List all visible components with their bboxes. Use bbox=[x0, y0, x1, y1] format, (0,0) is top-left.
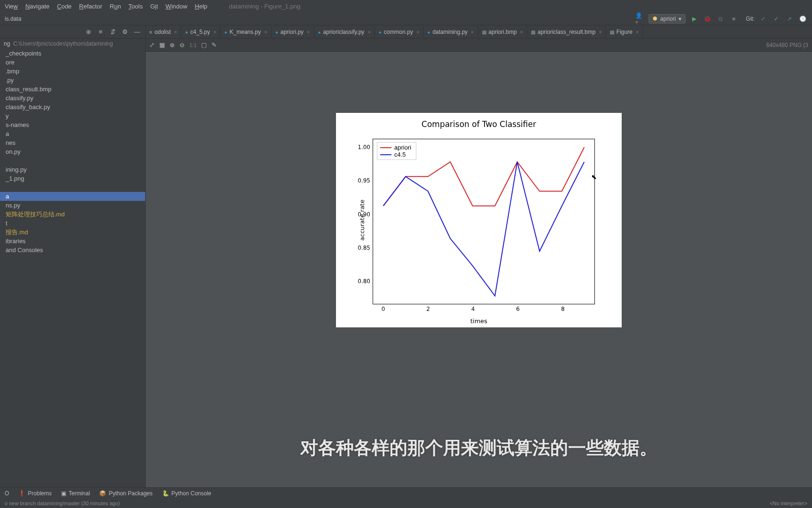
legend-item-apriori: apriori bbox=[380, 144, 411, 151]
tree-item[interactable]: on.py bbox=[0, 147, 145, 156]
locate-icon[interactable]: ⊕ bbox=[83, 27, 94, 37]
editor-tab[interactable]: ▤Figure× bbox=[606, 26, 643, 38]
editor-tab[interactable]: ●common.py× bbox=[375, 26, 424, 38]
tree-item[interactable]: ibraries bbox=[0, 237, 145, 246]
close-icon[interactable]: × bbox=[307, 29, 310, 35]
settings-icon[interactable]: ⚙ bbox=[120, 27, 130, 37]
coverage-button[interactable]: ⧉ bbox=[716, 14, 725, 24]
close-icon[interactable]: × bbox=[636, 29, 639, 35]
image-viewport[interactable]: Comparison of Two Classifier accurate ra… bbox=[146, 52, 812, 488]
run-button[interactable]: ▶ bbox=[689, 14, 699, 24]
debug-button[interactable]: 🐞 bbox=[703, 14, 712, 24]
python-packages-tool[interactable]: 📦 Python Packages bbox=[99, 490, 152, 497]
menu-run[interactable]: Run bbox=[110, 3, 121, 10]
project-tree[interactable]: _checkpointsore.bmp.pyclass_result.bmpcl… bbox=[0, 49, 145, 488]
interpreter-status[interactable]: <No interpreter> bbox=[770, 500, 807, 506]
zoom-in-icon[interactable]: ⊕ bbox=[170, 41, 175, 48]
menu-code[interactable]: Code bbox=[57, 3, 71, 10]
hide-icon[interactable]: — bbox=[132, 27, 142, 37]
git-update-button[interactable]: ✓ bbox=[758, 14, 768, 24]
menu-help[interactable]: Help bbox=[195, 3, 208, 10]
menu-view[interactable]: View bbox=[5, 3, 18, 10]
project-root[interactable]: ng C:\Users\fpnic\codes\python\dataminin… bbox=[0, 39, 145, 49]
tree-item[interactable]: .py bbox=[0, 76, 145, 85]
legend-line-blue bbox=[380, 154, 391, 155]
tree-item[interactable]: a bbox=[0, 192, 145, 201]
tree-item[interactable]: s-names bbox=[0, 120, 145, 129]
close-icon[interactable]: × bbox=[264, 29, 267, 35]
chart-image: Comparison of Two Classifier accurate ra… bbox=[336, 113, 622, 327]
close-icon[interactable]: × bbox=[416, 29, 419, 35]
chart-plot-area: apriori c4.5 0.800.850.900.951.0002468 bbox=[373, 139, 595, 304]
menu-refactor[interactable]: Refactor bbox=[79, 3, 102, 10]
tree-item[interactable]: and Consoles bbox=[0, 246, 145, 254]
xtick: 0 bbox=[382, 306, 385, 312]
close-icon[interactable]: × bbox=[367, 29, 370, 35]
collapse-all-icon[interactable]: ⇵ bbox=[108, 27, 118, 37]
tree-item[interactable] bbox=[0, 183, 145, 192]
run-configuration-selector[interactable]: ⬢ apriori ▾ bbox=[648, 14, 686, 24]
tree-item[interactable]: ore bbox=[0, 58, 145, 67]
close-icon[interactable]: × bbox=[520, 29, 523, 35]
tree-item[interactable]: 矩阵处理技巧总结.md bbox=[0, 210, 145, 219]
close-icon[interactable]: × bbox=[471, 29, 474, 35]
editor-tab[interactable]: ●c4_5.py× bbox=[181, 26, 221, 38]
tree-item[interactable]: y bbox=[0, 111, 145, 120]
xtick: 8 bbox=[561, 306, 565, 312]
tree-item[interactable]: classify_back.py bbox=[0, 103, 145, 111]
todo-tool[interactable]: O bbox=[5, 490, 9, 497]
problems-tool[interactable]: ❗Problems bbox=[18, 490, 52, 497]
editor-tab[interactable]: ●datamining.py× bbox=[423, 26, 478, 38]
close-icon[interactable]: × bbox=[599, 29, 601, 35]
git-push-button[interactable]: ↗ bbox=[785, 14, 794, 24]
tree-item[interactable]: 报告.md bbox=[0, 228, 145, 237]
editor-tab[interactable]: ≡odolist× bbox=[146, 26, 181, 38]
editor-tab[interactable]: ▤aprioriclass_result.bmp× bbox=[527, 26, 606, 38]
tree-item[interactable]: a bbox=[0, 129, 145, 138]
close-icon[interactable]: × bbox=[174, 29, 177, 35]
user-icon[interactable]: 👤▾ bbox=[635, 14, 645, 24]
tree-item[interactable]: ining.py bbox=[0, 165, 145, 174]
menu-window[interactable]: Window bbox=[165, 3, 187, 10]
tab-label: datamining.py bbox=[432, 29, 468, 35]
grid-icon[interactable]: ▦ bbox=[159, 41, 165, 48]
legend-line-red bbox=[380, 147, 391, 148]
tree-item[interactable]: classify.py bbox=[0, 94, 145, 103]
tab-label: K_means.py bbox=[230, 29, 261, 35]
tree-item[interactable]: _1.png bbox=[0, 174, 145, 183]
tree-item[interactable]: class_result.bmp bbox=[0, 85, 145, 94]
python-file-icon: ● bbox=[379, 30, 382, 35]
tree-item[interactable]: .bmp bbox=[0, 67, 145, 76]
tree-item[interactable]: _checkpoints bbox=[0, 49, 145, 58]
breadcrumb[interactable]: is.data bbox=[5, 16, 21, 22]
text-file-icon: ≡ bbox=[149, 30, 152, 35]
git-label: Git: bbox=[746, 16, 755, 22]
tree-item[interactable]: ns.py bbox=[0, 201, 145, 210]
color-picker-icon[interactable]: ✎ bbox=[211, 41, 217, 48]
python-console-tool[interactable]: 🐍 Python Console bbox=[162, 490, 211, 497]
xtick: 2 bbox=[426, 306, 430, 312]
git-history-button[interactable]: 🕓 bbox=[798, 14, 807, 24]
editor-tab[interactable]: ●K_means.py× bbox=[220, 26, 271, 38]
menu-tools[interactable]: Tools bbox=[128, 3, 142, 10]
tree-item[interactable]: t bbox=[0, 219, 145, 228]
zoom-out-icon[interactable]: ⊖ bbox=[180, 41, 185, 48]
editor-tabs: ≡odolist×●c4_5.py×●K_means.py×●apriori.p… bbox=[146, 25, 812, 39]
stop-button[interactable]: ■ bbox=[729, 14, 738, 24]
tree-item[interactable]: nes bbox=[0, 138, 145, 147]
menu-navigate[interactable]: Navigate bbox=[25, 3, 49, 10]
expand-all-icon[interactable]: ≡ bbox=[95, 27, 106, 37]
zoom-level[interactable]: 1:1 bbox=[189, 42, 196, 48]
git-commit-button[interactable]: ✓ bbox=[772, 14, 781, 24]
menu-git[interactable]: Git bbox=[150, 3, 158, 10]
editor-tab[interactable]: ●aprioriclassify.py× bbox=[314, 26, 375, 38]
close-icon[interactable]: × bbox=[213, 29, 216, 35]
editor-tab[interactable]: ▤apriori.bmp× bbox=[478, 26, 527, 38]
actual-size-icon[interactable]: ▢ bbox=[201, 41, 207, 48]
editor-tab[interactable]: ●apriori.py× bbox=[272, 26, 314, 38]
image-info: 640x480 PNG (3 bbox=[766, 42, 808, 48]
terminal-tool[interactable]: ▣ Terminal bbox=[61, 490, 90, 497]
fit-icon[interactable]: ⤢ bbox=[149, 41, 155, 48]
tree-item[interactable] bbox=[0, 156, 145, 165]
window-title: datamining - Figure_1.png bbox=[229, 3, 300, 10]
